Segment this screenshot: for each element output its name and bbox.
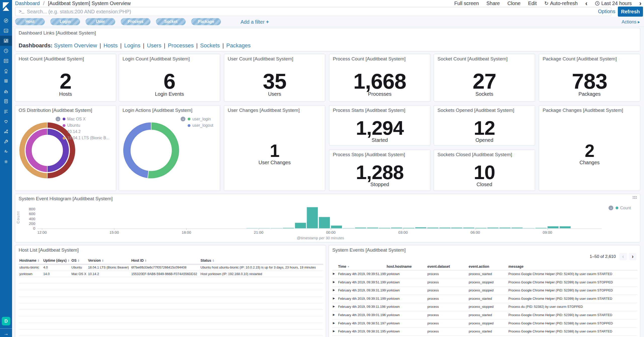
histogram-bar[interactable] (259, 228, 270, 228)
donut-slice-user-logout[interactable] (123, 122, 151, 178)
histogram-bar[interactable] (283, 228, 294, 228)
sidebar-item-canvas[interactable] (0, 56, 12, 66)
dashboard-link-sockets[interactable]: Sockets (200, 42, 220, 49)
sidebar-item-dev-tools[interactable] (0, 137, 12, 147)
filter-pill-host[interactable]: Host (15, 18, 45, 25)
auto-refresh-button[interactable]: ↻Auto-refresh (544, 0, 578, 6)
filter-pill-user[interactable]: User (86, 18, 115, 25)
histogram-bar[interactable] (475, 228, 487, 229)
actions-link[interactable]: Actions ▸ (622, 19, 640, 25)
legend-item-count[interactable]: Count (616, 206, 631, 210)
histogram-bar[interactable] (307, 207, 318, 228)
panel-options-icon[interactable] (632, 196, 637, 199)
breadcrumb-dashboard-link[interactable]: Dashboard (15, 1, 40, 6)
dashboard-link-packages[interactable]: Packages (226, 42, 251, 49)
expand-caret-icon[interactable]: ▶ (333, 321, 335, 325)
sidebar-item-infrastructure[interactable] (0, 86, 12, 96)
histogram-bar[interactable] (535, 228, 547, 229)
histogram-bar[interactable] (247, 228, 258, 228)
legend-expand-icon[interactable]: › (56, 117, 60, 121)
legend-item-user-logout[interactable]: user_logout (188, 123, 213, 128)
sidebar-item-maps[interactable] (0, 66, 12, 76)
sidebar-item-discover[interactable] (0, 16, 12, 26)
filter-pill-process[interactable]: Process (121, 18, 150, 25)
histogram-bar[interactable] (559, 226, 571, 228)
histogram-bar[interactable] (379, 228, 390, 228)
expand-caret-icon[interactable]: ▶ (333, 313, 335, 316)
dashboard-link-logins[interactable]: Logins (124, 42, 140, 49)
filter-pill-login[interactable]: Login (50, 18, 80, 25)
histogram-bar[interactable] (331, 225, 342, 229)
sidebar-item-monitoring[interactable] (0, 147, 12, 157)
histogram-bar[interactable] (391, 227, 402, 228)
dashboard-link-processes[interactable]: Processes (168, 42, 194, 49)
sidebar-item-timelion[interactable] (0, 46, 12, 56)
menu-item-full-screen[interactable]: Full screen (454, 1, 479, 6)
histogram-bar[interactable] (295, 223, 306, 228)
column-header-host-id[interactable]: Host ID▲▼ (131, 258, 147, 262)
time-picker-button[interactable]: Last 24 hours (595, 1, 632, 6)
filter-pill-socket[interactable]: Socket (156, 18, 186, 25)
donut-slice-user-login[interactable] (148, 122, 179, 179)
column-header-status[interactable]: Status▲▼ (200, 258, 214, 262)
time-prev-button[interactable]: ‹ (585, 0, 587, 7)
expand-caret-icon[interactable]: ▶ (333, 288, 335, 292)
histogram-bar[interactable] (427, 227, 438, 228)
expand-nav-button[interactable]: → (0, 330, 12, 337)
legend-item-ubuntu[interactable]: Ubuntu (63, 123, 80, 128)
space-badge[interactable]: D (2, 317, 10, 325)
sidebar-item-apm[interactable] (0, 106, 12, 116)
filter-pill-package[interactable]: Package (191, 18, 221, 25)
histogram-bar[interactable] (319, 217, 330, 228)
column-header-os[interactable]: OS▲▼ (71, 258, 79, 262)
sidebar-item-logs[interactable] (0, 96, 12, 106)
histogram-bar[interactable] (271, 228, 282, 228)
sidebar-item-dashboard[interactable] (0, 36, 12, 46)
sidebar-item-machine-learning[interactable] (0, 76, 12, 86)
column-header-message[interactable]: message (508, 264, 524, 268)
histogram-bar[interactable] (367, 227, 378, 228)
column-header-event-dataset[interactable]: event.dataset (427, 264, 450, 268)
histogram-bar[interactable] (415, 227, 426, 228)
column-header-host-hostname[interactable]: host.hostname (387, 264, 412, 268)
expand-caret-icon[interactable]: ▶ (333, 305, 335, 308)
menu-item-clone[interactable]: Clone (507, 1, 520, 6)
column-header-uptime-days-[interactable]: Uptime (days)▲▼ (43, 258, 70, 262)
sidebar-item-management[interactable] (0, 157, 12, 167)
histogram-bar[interactable] (451, 227, 462, 228)
search-input[interactable]: >_ Search... (e.g. status:200 AND extens… (15, 7, 611, 16)
column-header-hostname[interactable]: Hostname▲▼ (19, 258, 39, 262)
column-header-version[interactable]: Version▲▼ (88, 258, 104, 262)
expand-caret-icon[interactable]: ▶ (333, 329, 335, 333)
dashboard-link-system-overview[interactable]: System Overview (54, 42, 97, 49)
dashboard-link-hosts[interactable]: Hosts (103, 42, 117, 49)
kibana-logo[interactable] (0, 0, 12, 13)
dashboard-link-users[interactable]: Users (147, 42, 161, 49)
legend-item-10-14-2[interactable]: 10.14.2 (63, 129, 80, 134)
histogram-bar[interactable] (439, 227, 451, 228)
column-header-event-action[interactable]: event.action (469, 264, 489, 268)
histogram-bar[interactable] (487, 227, 499, 228)
sidebar-item-uptime[interactable] (0, 116, 12, 126)
add-filter-link[interactable]: Add a filter + (240, 19, 269, 25)
histogram-bar[interactable] (343, 228, 354, 228)
column-header-time[interactable]: Time▼ (338, 264, 349, 268)
pagination-next-button[interactable]: › (629, 253, 636, 260)
legend-item-user-login[interactable]: user_login (188, 117, 211, 121)
histogram-bar[interactable] (463, 227, 474, 228)
histogram-bar[interactable] (499, 227, 511, 229)
legend-item-18-04-1-lts-bionic-b-[interactable]: 18.04.1 LTS (Bionic B... (63, 136, 109, 140)
histogram-bar[interactable] (355, 227, 366, 228)
refresh-button[interactable]: Refresh (618, 7, 643, 17)
expand-caret-icon[interactable]: ▶ (333, 272, 335, 275)
legend-expand-icon[interactable]: › (609, 206, 613, 210)
histogram-bar[interactable] (547, 226, 559, 228)
menu-item-edit[interactable]: Edit (528, 1, 537, 6)
legend-item-mac-os-x[interactable]: Mac OS X (63, 117, 86, 121)
histogram-bar[interactable] (403, 228, 414, 229)
expand-caret-icon[interactable]: ▶ (333, 297, 335, 300)
sidebar-item-visualize[interactable] (0, 26, 12, 36)
histogram-bar[interactable] (511, 227, 523, 229)
expand-caret-icon[interactable]: ▶ (333, 280, 335, 284)
options-link[interactable]: Options (598, 9, 615, 14)
